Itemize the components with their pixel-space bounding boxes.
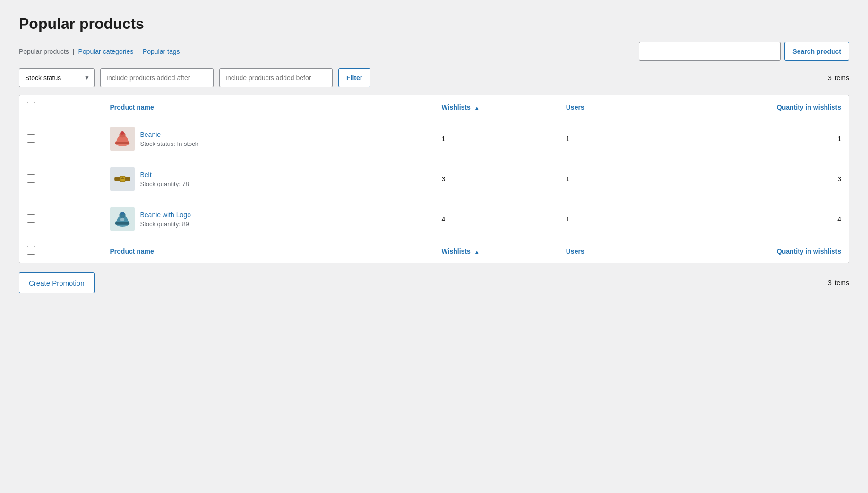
svg-rect-11 (115, 222, 129, 225)
nav-link-popular-tags[interactable]: Popular tags (143, 48, 180, 55)
row-product-cell-beanie: Beanie Stock status: In stock (103, 119, 434, 159)
row-quantity-belt: 3 (683, 159, 849, 199)
product-meta-belt: Stock quantity: 78 (140, 180, 189, 187)
top-bar: Popular products | Popular categories | … (19, 42, 849, 61)
footer-quantity[interactable]: Quantity in wishlists (683, 239, 849, 263)
row-checkbox-cell-beanie-with-logo (19, 199, 103, 239)
footer-users[interactable]: Users (559, 239, 683, 263)
stock-status-dropdown-wrapper: Stock status In stock Out of stock On ba… (19, 68, 95, 87)
svg-point-13 (120, 218, 124, 221)
nav-separator-1: | (73, 48, 75, 55)
svg-rect-2 (115, 142, 129, 144)
search-button[interactable]: Search product (784, 42, 849, 61)
row-users-beanie: 1 (559, 119, 683, 159)
header-product-name[interactable]: Product name (103, 95, 434, 119)
row-checkbox-beanie[interactable] (27, 134, 35, 143)
search-area: Search product (639, 42, 849, 61)
header-checkbox-cell (19, 95, 103, 119)
row-checkbox-beanie-with-logo[interactable] (27, 214, 35, 223)
select-all-checkbox[interactable] (27, 102, 35, 110)
product-meta-beanie: Stock status: In stock (140, 140, 198, 147)
table-row: Beanie Stock status: In stock 1 1 1 (19, 119, 849, 159)
svg-point-12 (120, 212, 124, 215)
products-table: Product name Wishlists ▲ Users Quantity … (19, 95, 849, 263)
header-wishlists[interactable]: Wishlists ▲ (434, 95, 559, 119)
nav-current-label: Popular products (19, 48, 69, 55)
table-row: Belt Stock quantity: 78 3 1 3 (19, 159, 849, 199)
product-name-beanie[interactable]: Beanie (140, 131, 198, 138)
row-users-belt: 1 (559, 159, 683, 199)
footer-wishlists-sort-arrow: ▲ (474, 249, 480, 255)
row-checkbox-belt[interactable] (27, 174, 35, 183)
table-body: Beanie Stock status: In stock 1 1 1 (19, 119, 849, 239)
footer-wishlists[interactable]: Wishlists ▲ (434, 239, 559, 263)
product-name-belt[interactable]: Belt (140, 171, 189, 178)
footer-checkbox-cell (19, 239, 103, 263)
product-thumbnail-beanie-with-logo (110, 207, 135, 231)
header-quantity[interactable]: Quantity in wishlists (683, 95, 849, 119)
nav-links: Popular products | Popular categories | … (19, 48, 180, 55)
table-header-row: Product name Wishlists ▲ Users Quantity … (19, 95, 849, 119)
row-checkbox-cell-belt (19, 159, 103, 199)
svg-point-3 (120, 131, 124, 135)
row-quantity-beanie: 1 (683, 119, 849, 159)
wishlists-sort-arrow: ▲ (474, 105, 480, 110)
filter-bar: Stock status In stock Out of stock On ba… (19, 68, 849, 87)
product-thumbnail-beanie (110, 127, 135, 151)
svg-point-8 (122, 177, 123, 178)
create-promotion-button[interactable]: Create Promotion (19, 272, 95, 293)
date-after-input[interactable] (100, 68, 214, 87)
row-wishlists-beanie-with-logo: 4 (434, 199, 559, 239)
product-meta-beanie-with-logo: Stock quantity: 89 (140, 221, 191, 228)
items-count-bottom: 3 items (828, 279, 849, 287)
row-wishlists-beanie: 1 (434, 119, 559, 159)
stock-status-select[interactable]: Stock status In stock Out of stock On ba… (19, 68, 95, 87)
products-table-container: Product name Wishlists ▲ Users Quantity … (19, 95, 849, 263)
row-checkbox-cell-beanie (19, 119, 103, 159)
nav-link-popular-categories[interactable]: Popular categories (78, 48, 133, 55)
row-users-beanie-with-logo: 1 (559, 199, 683, 239)
items-count-top: 3 items (828, 74, 849, 82)
search-input[interactable] (639, 42, 781, 61)
nav-separator-2: | (137, 48, 139, 55)
row-wishlists-belt: 3 (434, 159, 559, 199)
page-title: Popular products (19, 15, 849, 33)
product-name-beanie-with-logo[interactable]: Beanie with Logo (140, 211, 191, 219)
footer-product-name[interactable]: Product name (103, 239, 434, 263)
filter-button[interactable]: Filter (338, 68, 370, 87)
bottom-bar: Create Promotion 3 items (19, 272, 849, 293)
header-users[interactable]: Users (559, 95, 683, 119)
footer-select-all-checkbox[interactable] (27, 246, 35, 255)
date-before-input[interactable] (219, 68, 333, 87)
row-product-cell-belt: Belt Stock quantity: 78 (103, 159, 434, 199)
row-product-cell-beanie-with-logo: Beanie with Logo Stock quantity: 89 (103, 199, 434, 239)
row-quantity-beanie-with-logo: 4 (683, 199, 849, 239)
product-thumbnail-belt (110, 167, 135, 191)
table-row: Beanie with Logo Stock quantity: 89 4 1 … (19, 199, 849, 239)
table-footer-row: Product name Wishlists ▲ Users Quantity … (19, 239, 849, 263)
